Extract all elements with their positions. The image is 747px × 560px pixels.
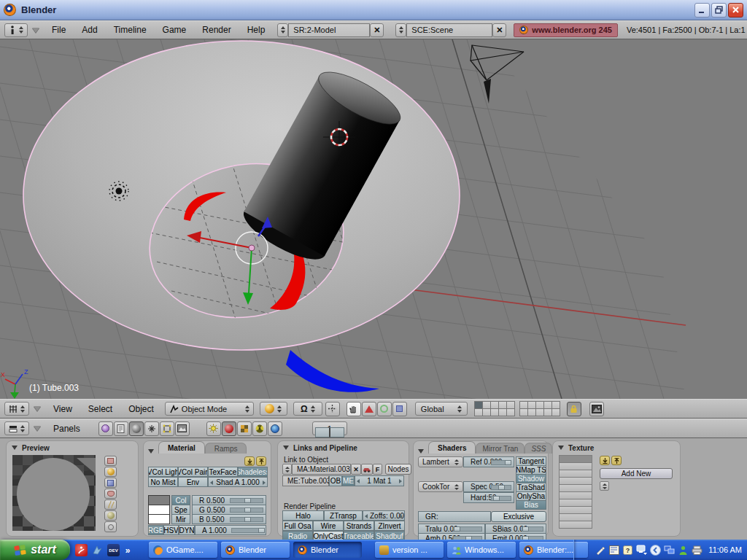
preview-flat-button[interactable] [104,456,117,466]
task-blender-2-active[interactable]: Blender [293,542,362,558]
quick-launch-aim[interactable] [75,544,88,556]
window-type-button[interactable] [4,23,28,37]
layer-20[interactable] [551,408,560,416]
orientation-dropdown[interactable]: Global [415,402,468,416]
world-subcontext-button[interactable] [268,421,282,436]
lamp-subcontext-button[interactable] [206,421,221,436]
header-collapse-icon[interactable] [32,28,39,33]
editing-context-button[interactable] [160,421,174,436]
preview-cube-button[interactable] [104,478,117,488]
printer-icon[interactable] [692,545,703,556]
material-index-field[interactable]: 1 Mat 1 [355,475,404,486]
mir-button[interactable]: Mir [171,514,190,524]
preview-hair-button[interactable] [104,499,117,510]
layer-15[interactable] [506,408,515,416]
manipulator-toggle-button[interactable] [325,402,340,416]
bias-toggle[interactable]: Bias [516,500,546,510]
copy-material-button[interactable] [244,456,255,466]
blender-org-link[interactable]: www.blender.org 245 [514,23,618,37]
object-context-button[interactable] [144,421,159,436]
material-collapse-icon[interactable] [148,449,154,454]
editor-type-button[interactable] [4,421,29,435]
script-context-button[interactable] [114,421,128,436]
viewport-collapse-icon[interactable] [34,406,41,411]
tab-ramps[interactable]: Ramps [205,443,247,454]
radiosity-subcontext-button[interactable] [252,421,267,436]
no-mist-toggle[interactable]: No Mist [148,477,178,487]
preview-sphere-button[interactable] [104,467,117,477]
close-button[interactable] [728,3,743,18]
pivot-dropdown[interactable]: Ω [293,402,322,416]
network-icon[interactable] [664,545,675,556]
spec-shader-dropdown[interactable]: CookTor [418,481,463,492]
menu-view[interactable]: View [45,404,80,414]
color-g-slider[interactable]: G 0.500 [192,505,266,515]
collapse-tray-chevron[interactable] [650,545,661,556]
preview-monkey-button[interactable] [104,489,117,499]
task-version[interactable]: version ... [375,542,444,558]
lock-layers-button[interactable] [567,402,581,416]
auto-name-button[interactable] [361,464,373,475]
hsv-toggle[interactable]: HSV [163,525,179,535]
col-button[interactable]: Col [171,495,190,505]
shaders-collapse-icon[interactable] [418,449,424,454]
screen-browse-button[interactable] [277,23,288,37]
texture-browse-button[interactable] [600,481,609,491]
texture-subcontext-button[interactable] [237,421,252,436]
texture-slot-10[interactable] [559,521,592,529]
hard-slider[interactable]: Hard:50 [463,492,514,503]
render-preview-button[interactable] [589,402,604,416]
menu-object[interactable]: Object [120,404,162,414]
sbias-slider[interactable]: SBias 0.00 [485,524,546,534]
color-b-slider[interactable]: B 0.500 [192,514,266,524]
color-r-slider[interactable]: R 0.500 [192,495,266,505]
dyn-toggle[interactable]: DYN [179,525,195,535]
specular-color-swatch[interactable] [148,505,170,515]
paste-texture-button[interactable] [611,456,622,465]
strands-toggle[interactable]: Strands [344,521,374,531]
shadeless-toggle[interactable]: Shadeless [238,467,268,477]
layer-buttons-group-2[interactable] [520,402,560,416]
scale-manipulator-button[interactable] [392,402,407,416]
full-osa-toggle[interactable]: Full Osa [282,521,313,531]
translate-manipulator-button[interactable] [362,402,376,416]
task-blender-1[interactable]: Blender [221,542,290,558]
env-toggle[interactable]: Env [178,477,208,487]
scene-delete-button[interactable]: ✕ [492,23,506,37]
shading-context-button[interactable] [129,421,144,436]
ztransp-toggle[interactable]: ZTransp [324,510,363,521]
mode-select-dropdown[interactable]: Object Mode [165,402,254,416]
add-new-texture-button[interactable]: Add New [600,468,673,479]
halo-toggle[interactable]: Halo [282,510,324,521]
menu-file[interactable]: File [44,25,74,35]
tablet-pen-icon[interactable] [595,545,605,556]
diffuse-color-swatch[interactable] [148,495,170,505]
menu-game[interactable]: Game [155,25,195,35]
menu-add[interactable]: Add [74,25,105,35]
quick-launch-dev[interactable]: DEV [107,544,120,556]
vcol-light-toggle[interactable]: VCol Ligh [148,467,178,477]
ref-slider[interactable]: Ref 0.800 [463,456,514,467]
material-unlink-button[interactable]: ✕ [351,464,361,475]
exclusive-toggle[interactable]: Exclusive [491,511,546,522]
display-settings-icon[interactable] [636,545,647,556]
texture-collapse-icon[interactable] [558,446,564,450]
shad-alpha-field[interactable]: Shad A 1.000 [208,477,268,487]
diffuse-shader-dropdown[interactable]: Lambert [418,456,463,467]
mirror-color-swatch[interactable] [148,514,170,524]
language-bar-icon[interactable] [608,545,619,556]
start-button[interactable]: start [0,540,70,560]
task-windows-messenger[interactable]: Windows... [447,542,516,558]
minimize-button[interactable] [694,3,710,18]
user-status-icon[interactable] [678,545,689,556]
hand-tool-button[interactable] [347,402,361,416]
rotate-manipulator-button[interactable] [377,402,392,416]
menu-help[interactable]: Help [239,25,274,35]
vcol-paint-toggle[interactable]: VCol Pain [178,467,208,477]
tab-shaders[interactable]: Shaders [428,441,476,454]
nodes-button[interactable]: Nodes [385,464,411,475]
menu-select[interactable]: Select [80,404,120,414]
quick-launch-2[interactable] [91,544,104,556]
preview-osa-button[interactable] [104,521,117,532]
viewport-type-button[interactable] [4,402,29,416]
